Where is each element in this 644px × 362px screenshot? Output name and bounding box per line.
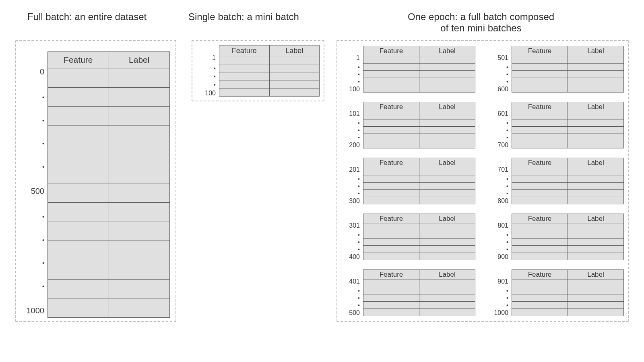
table-row [48, 87, 169, 107]
idx-top: 501 [497, 55, 508, 61]
mini-batch-index: 501•••600 [490, 46, 512, 93]
single-batch-table: 1 • • • 100 Feature Label [196, 45, 320, 97]
col-label: Label [419, 214, 475, 224]
mini-batch-grid: FeatureLabel [363, 158, 475, 204]
table-row [363, 78, 475, 85]
full-batch-panel: 0 • • • • 500 • • • • 1000 Feature Label [15, 40, 176, 322]
table-row [512, 231, 623, 238]
ellipsis-icon: • [358, 64, 360, 68]
table-row [512, 168, 623, 175]
col-label: Label [419, 102, 475, 112]
idx-bot: 400 [349, 254, 360, 260]
ellipsis-icon: • [358, 247, 360, 251]
epoch-col-left: 1•••100FeatureLabel101•••200FeatureLabel… [341, 46, 475, 316]
ellipsis-icon: • [506, 288, 508, 292]
table-row [512, 238, 623, 245]
table-row [512, 245, 623, 253]
table-row [219, 72, 319, 80]
col-feature: Feature [512, 102, 568, 112]
mini-batch-table: 501•••600FeatureLabel [490, 46, 624, 93]
table-row [219, 88, 319, 96]
mini-batch-grid: FeatureLabel [512, 102, 624, 148]
col-feature: Feature [219, 45, 270, 56]
table-row [48, 106, 169, 125]
table-row [363, 56, 475, 63]
mini-batch-table: 201•••300FeatureLabel [341, 158, 475, 204]
table-row [363, 112, 475, 119]
title-epoch-line2: of ten mini batches [333, 23, 629, 34]
ellipsis-icon: • [506, 232, 508, 236]
table-row [363, 70, 475, 78]
table-row [219, 80, 319, 88]
col-label: Label [109, 52, 170, 68]
table-row [512, 197, 623, 204]
mini-batch-index: 301•••400 [341, 214, 363, 260]
table-row [48, 260, 169, 279]
col-feature: Feature [48, 52, 109, 68]
ellipsis-icon: • [42, 95, 44, 99]
ellipsis-icon: • [358, 295, 360, 299]
idx-top: 801 [497, 222, 508, 229]
table-row [363, 134, 475, 141]
ellipsis-icon: • [506, 183, 508, 187]
full-batch-index: 0 • • • • 500 • • • • 1000 [22, 51, 47, 318]
idx-bot: 600 [497, 86, 508, 93]
col-feature: Feature [363, 270, 419, 280]
table-row [48, 202, 169, 222]
idx-bot: 300 [349, 198, 360, 204]
table-row [512, 78, 623, 85]
table-row [363, 175, 475, 182]
table-row [512, 224, 623, 231]
table-row [512, 309, 623, 316]
full-batch-grid: Feature Label [47, 51, 170, 318]
mini-batch-table: 401•••500FeatureLabel [341, 269, 475, 316]
col-label: Label [419, 158, 475, 168]
col-label: Label [568, 158, 623, 168]
col-label: Label [568, 46, 623, 56]
table-row [48, 68, 169, 87]
table-row [512, 280, 623, 287]
epoch-panel: 1•••100FeatureLabel101•••200FeatureLabel… [336, 40, 629, 322]
ellipsis-icon: • [42, 118, 44, 122]
mini-batch-table: 101•••200FeatureLabel [341, 102, 475, 148]
table-row [363, 231, 475, 238]
idx-0: 0 [40, 68, 44, 76]
ellipsis-icon: • [506, 302, 508, 306]
ellipsis-icon: • [358, 239, 360, 243]
table-row [219, 56, 319, 64]
ellipsis-icon: • [358, 183, 360, 187]
ellipsis-icon: • [42, 214, 44, 218]
table-row [512, 287, 623, 294]
mini-batch-grid: FeatureLabel [363, 214, 475, 260]
col-feature: Feature [512, 214, 568, 224]
col-label: Label [419, 270, 475, 280]
mini-batch-index: 201•••300 [341, 158, 363, 204]
ellipsis-icon: • [506, 247, 508, 251]
ellipsis-icon: • [358, 120, 360, 124]
table-row [48, 241, 169, 260]
single-batch-index: 1 • • • 100 [196, 45, 219, 97]
col-label: Label [568, 270, 623, 280]
idx-500: 500 [31, 187, 44, 195]
ellipsis-icon: • [506, 64, 508, 68]
mini-batch-grid: FeatureLabel [363, 269, 475, 316]
idx-bot: 1000 [494, 310, 508, 316]
title-epoch: One epoch: a full batch composed of ten … [333, 11, 629, 34]
idx-top: 1 [212, 55, 216, 61]
ellipsis-icon: • [506, 128, 508, 132]
idx-bot: 100 [349, 86, 360, 93]
mini-batch-index: 401•••500 [341, 269, 363, 316]
table-row [363, 224, 475, 231]
ellipsis-icon: • [506, 72, 508, 76]
table-row [512, 134, 623, 141]
ellipsis-icon: • [42, 260, 44, 264]
col-feature: Feature [363, 46, 419, 56]
table-row [48, 145, 169, 164]
ellipsis-icon: • [358, 135, 360, 139]
mini-batch-table: 801•••900FeatureLabel [490, 214, 624, 260]
col-label: Label [568, 214, 623, 224]
idx-top: 901 [497, 278, 508, 285]
table-row [219, 64, 319, 72]
table-row [48, 279, 169, 298]
col-feature: Feature [512, 270, 568, 280]
